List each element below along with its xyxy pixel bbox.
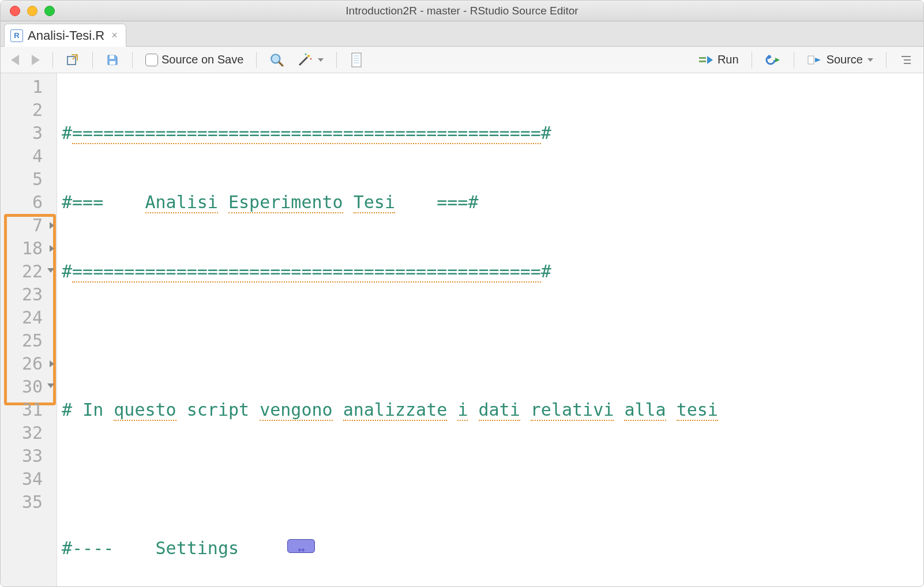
run-button[interactable]: Run [694, 51, 742, 69]
source-editor: 1 2 3 4 5 6 7 18 22 23 24 25 26 30 31 32… [1, 73, 923, 587]
svg-line-5 [299, 57, 307, 65]
editor-toolbar: Source on Save Run Source [1, 47, 923, 73]
toolbar-separator [752, 52, 752, 68]
toolbar-separator [256, 52, 257, 68]
code-tools-button[interactable] [294, 50, 327, 70]
arrow-left-icon [11, 55, 19, 65]
toolbar-separator [336, 52, 337, 68]
line-number: 5 [1, 168, 57, 191]
popout-button[interactable] [62, 51, 83, 69]
code-area[interactable]: #=======================================… [57, 73, 923, 587]
fold-toggle-icon[interactable] [47, 268, 54, 273]
line-number: 4 [1, 145, 57, 168]
toolbar-separator [92, 52, 93, 68]
window-titlebar: Introduction2R - master - RStudio Source… [1, 1, 923, 21]
toolbar-separator [794, 52, 794, 68]
r-file-icon [10, 29, 23, 42]
run-arrow-icon [698, 54, 714, 66]
line-number: 18 [1, 237, 57, 260]
source-on-save-label: Source on Save [161, 53, 243, 66]
line-number: 30 [1, 375, 57, 398]
fold-toggle-icon[interactable] [50, 222, 54, 229]
line-number: 35 [1, 491, 57, 514]
popout-icon [66, 53, 80, 67]
save-button[interactable] [102, 51, 123, 69]
close-tab-icon[interactable]: × [109, 29, 118, 42]
toolbar-separator [886, 52, 887, 68]
svg-rect-16 [808, 56, 814, 64]
notebook-icon [350, 52, 363, 68]
toolbar-separator [52, 52, 53, 68]
source-button[interactable]: Source [803, 51, 877, 69]
nav-forward-button[interactable] [28, 52, 43, 67]
magnifier-icon [269, 52, 284, 67]
svg-rect-14 [699, 57, 706, 59]
tab-filename: Analisi-Tesi.R [28, 28, 104, 43]
line-number: 33 [1, 445, 57, 468]
line-number: 31 [1, 398, 57, 422]
chevron-down-icon [318, 58, 324, 62]
line-number: 32 [1, 422, 57, 445]
fold-toggle-icon[interactable] [50, 245, 54, 252]
svg-point-7 [310, 58, 312, 59]
fold-toggle-icon[interactable] [47, 383, 54, 388]
line-number: 34 [1, 468, 57, 491]
tab-strip: Analisi-Tesi.R × [1, 21, 923, 47]
source-label: Source [827, 53, 863, 66]
rerun-icon [765, 54, 781, 66]
document-outline-button[interactable] [896, 51, 917, 69]
close-window-button[interactable] [10, 6, 20, 16]
line-number: 2 [1, 99, 57, 122]
line-number: 1 [1, 76, 57, 99]
maximize-window-button[interactable] [44, 6, 55, 16]
fold-toggle-icon[interactable] [50, 360, 54, 367]
nav-back-button[interactable] [7, 52, 22, 67]
line-number: 26 [1, 352, 57, 375]
svg-rect-9 [352, 53, 361, 67]
line-number: 7 [1, 214, 57, 237]
line-number: 6 [1, 191, 57, 214]
svg-point-6 [307, 55, 310, 57]
svg-line-4 [279, 62, 284, 66]
floppy-disk-icon [106, 53, 119, 67]
arrow-right-icon [32, 55, 40, 65]
window-title: Introduction2R - master - RStudio Source… [1, 5, 923, 17]
minimize-window-button[interactable] [27, 6, 37, 16]
find-replace-button[interactable] [266, 50, 288, 70]
compile-report-button[interactable] [346, 50, 367, 70]
line-number: 22 [1, 260, 57, 283]
checkbox-icon [145, 54, 158, 66]
run-label: Run [718, 53, 739, 66]
line-number: 25 [1, 329, 57, 352]
source-on-save-toggle[interactable]: Source on Save [142, 51, 247, 69]
svg-rect-1 [110, 55, 114, 59]
svg-point-8 [305, 53, 307, 55]
magic-wand-icon [297, 52, 313, 67]
file-tab[interactable]: Analisi-Tesi.R × [4, 24, 126, 47]
fold-badge-icon[interactable] [287, 539, 315, 553]
line-number: 23 [1, 283, 57, 306]
svg-rect-2 [110, 61, 115, 65]
line-number: 24 [1, 306, 57, 329]
line-number: 3 [1, 122, 57, 145]
traffic-lights [1, 6, 55, 16]
svg-rect-15 [699, 61, 706, 62]
outline-icon [899, 54, 913, 66]
chevron-down-icon [867, 58, 873, 62]
line-number-gutter[interactable]: 1 2 3 4 5 6 7 18 22 23 24 25 26 30 31 32… [1, 73, 57, 587]
source-arrow-icon [807, 54, 823, 66]
svg-point-3 [272, 54, 280, 63]
rerun-button[interactable] [761, 51, 784, 69]
toolbar-separator [132, 52, 133, 68]
